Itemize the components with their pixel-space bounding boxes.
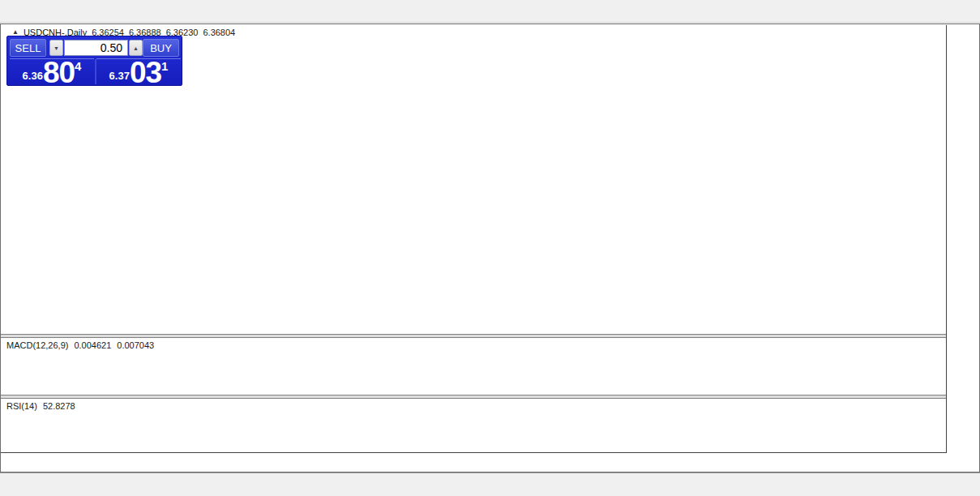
trading-terminal: ▲ USDCNH-,Daily 6.36254 6.36888 6.36230 … xyxy=(0,0,980,496)
timeframe-bar xyxy=(0,0,980,23)
quote-close: 6.36804 xyxy=(203,28,235,37)
price-axis xyxy=(946,25,979,453)
sell-price-sup: 4 xyxy=(75,59,81,73)
volume-up-button[interactable]: ▲ xyxy=(129,40,143,56)
rsi-canvas[interactable] xyxy=(4,399,946,452)
rsi-label: RSI(14) 52.8278 xyxy=(6,401,75,411)
date-axis xyxy=(1,453,979,472)
rsi-value: 52.8278 xyxy=(43,401,75,411)
sell-button[interactable]: SELL xyxy=(10,39,46,57)
rsi-name: RSI(14) xyxy=(6,401,37,411)
sell-price-big: 80 xyxy=(43,60,75,85)
buy-price-sup: 1 xyxy=(161,59,168,73)
volume-input[interactable] xyxy=(64,40,128,56)
buy-price-big: 03 xyxy=(130,60,161,85)
volume-down-button[interactable]: ▼ xyxy=(49,40,63,56)
macd-label: MACD(12,26,9) 0.004621 0.007043 xyxy=(6,340,154,350)
buy-price[interactable]: 6.37031 xyxy=(98,58,179,85)
symbol-tab-bar xyxy=(0,472,980,493)
buy-price-prefix: 6.37 xyxy=(109,70,130,82)
sell-price[interactable]: 6.36804 xyxy=(11,58,92,85)
buy-button[interactable]: BUY xyxy=(143,39,179,57)
macd-value-main: 0.004621 xyxy=(74,340,111,350)
macd-value-signal: 0.007043 xyxy=(117,340,154,350)
spinner-up-icon: ▲ xyxy=(133,45,139,51)
status-strip xyxy=(0,493,980,496)
trade-panel: SELL ▼ ▲ BUY 6.36804 6.37031 xyxy=(6,36,182,86)
spinner-down-icon: ▼ xyxy=(53,45,59,51)
sell-price-prefix: 6.36 xyxy=(23,70,43,82)
collapse-chart-icon[interactable]: ▲ xyxy=(12,28,19,36)
chart-window: ▲ USDCNH-,Daily 6.36254 6.36888 6.36230 … xyxy=(0,24,980,472)
price-divider xyxy=(95,59,96,84)
macd-name: MACD(12,26,9) xyxy=(6,340,68,350)
